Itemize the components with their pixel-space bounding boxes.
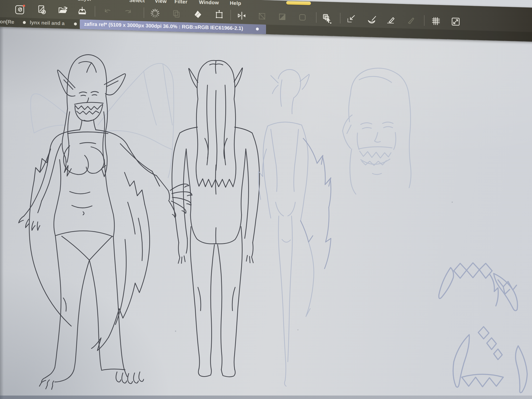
drawing-canvas[interactable] xyxy=(0,0,532,399)
deselect-icon[interactable] xyxy=(256,10,268,22)
photo-edge-shadow xyxy=(0,0,4,399)
toolbar-separator xyxy=(424,15,425,26)
eraser-icon[interactable] xyxy=(192,8,204,21)
unsaved-dot-icon xyxy=(74,22,77,25)
selection-area-icon[interactable] xyxy=(296,11,309,24)
tab-document-1[interactable]: tion[Re xyxy=(0,19,14,25)
menu-item-view[interactable]: View xyxy=(155,0,167,4)
app-logo-icon[interactable] xyxy=(14,3,26,16)
object-picker-icon[interactable] xyxy=(321,12,333,24)
tab-document-2[interactable]: lynx neil and a xyxy=(30,20,65,27)
ghost-wing-sketch xyxy=(301,138,331,269)
unsaved-dot-icon xyxy=(256,27,259,30)
canvas-bottom-edge xyxy=(0,396,532,399)
toolbar-separator xyxy=(340,13,340,23)
blend-dish-icon[interactable] xyxy=(365,13,378,26)
reference-sheet-artwork xyxy=(0,0,532,399)
undo-icon[interactable] xyxy=(102,6,114,18)
menu-item-layer[interactable]: Layer xyxy=(78,0,92,2)
busy-spinner-icon xyxy=(149,7,161,19)
fit-screen-icon[interactable] xyxy=(450,15,462,28)
faint-wing-sketch xyxy=(31,64,174,178)
new-file-icon[interactable] xyxy=(36,4,48,16)
ghost-back-sketch xyxy=(259,69,314,386)
paste-icon[interactable] xyxy=(170,7,182,20)
lower-jaw-study xyxy=(453,327,527,393)
menu-item-help[interactable]: Help xyxy=(230,0,241,6)
toolbar-separator xyxy=(230,10,231,20)
menu-item-window[interactable]: Window xyxy=(199,0,219,6)
invert-selection-icon[interactable] xyxy=(276,11,288,23)
menu-item-filter[interactable]: Filter xyxy=(174,0,188,5)
face-study-sketch xyxy=(343,68,411,194)
yellow-highlight-marker xyxy=(286,1,311,5)
upper-teeth-study xyxy=(439,263,518,311)
front-view-figure xyxy=(19,55,192,389)
transform-icon[interactable] xyxy=(213,9,226,21)
open-file-icon[interactable] xyxy=(57,5,69,17)
grid-icon[interactable] xyxy=(430,15,442,27)
menu-item-select[interactable]: Select xyxy=(129,0,145,4)
unsaved-dot-icon xyxy=(23,21,26,24)
toolbar-separator xyxy=(144,7,144,18)
save-file-icon[interactable] xyxy=(76,5,88,18)
flip-horizontal-icon[interactable] xyxy=(236,9,248,22)
toolbar-separator xyxy=(95,6,95,17)
app-window: { "menu_bar": { "items": ["Layer", "Sele… xyxy=(0,0,532,399)
pen-ruler-icon[interactable] xyxy=(385,14,397,26)
toolbar-separator xyxy=(316,12,317,23)
pen-icon[interactable] xyxy=(405,14,417,27)
back-view-figure xyxy=(172,60,259,377)
redo-icon[interactable] xyxy=(122,6,134,19)
snap-corner-arrow-icon[interactable] xyxy=(345,13,358,25)
dust-specks xyxy=(66,202,453,332)
